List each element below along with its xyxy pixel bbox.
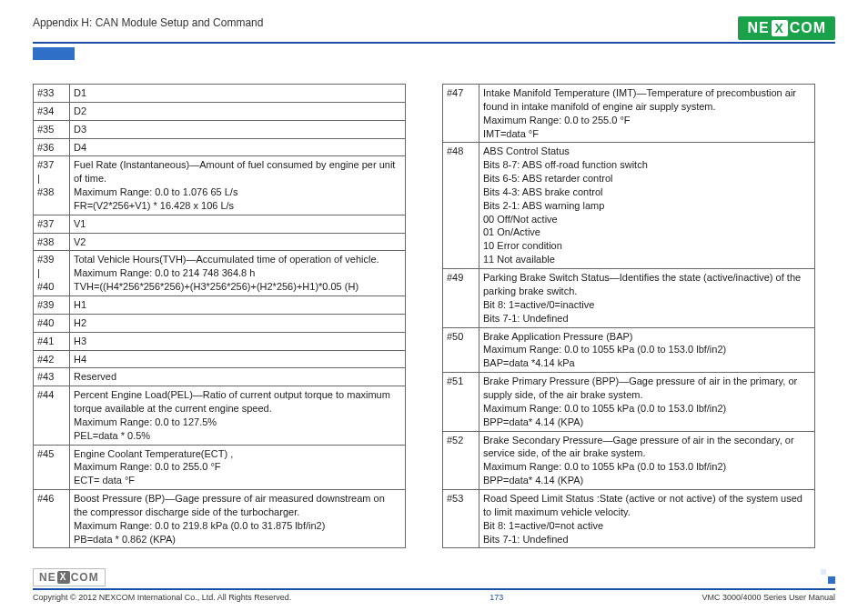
table-row: #33D1	[34, 85, 406, 103]
logo-right: COM	[790, 20, 826, 36]
row-value: D2	[70, 102, 406, 120]
row-value: D1	[70, 85, 406, 103]
row-value: H1	[70, 295, 406, 314]
row-value: Brake Application Pressure (BAP) Maximum…	[479, 327, 815, 373]
row-index: #49	[443, 269, 479, 327]
row-index: #37	[34, 215, 70, 233]
logo-left: NE	[747, 20, 769, 36]
row-value: Total Vehicle Hours(TVH)—Accumulated tim…	[70, 251, 406, 296]
row-index: #52	[443, 431, 479, 489]
row-index: #51	[443, 373, 479, 431]
page-number: 173	[490, 593, 503, 602]
row-value: H4	[70, 350, 406, 368]
blue-block	[33, 47, 75, 60]
table-row: #43Reserved	[34, 368, 406, 386]
logo-nexcom: NE X COM	[738, 16, 835, 40]
left-table: #33D1#34D2#35D3#36D4#37 | #38Fuel Rate (…	[33, 84, 406, 548]
table-row: #35D3	[34, 120, 406, 138]
table-row: #38V2	[34, 233, 406, 251]
row-index: #40	[34, 314, 70, 332]
table-row: #40H2	[34, 314, 406, 332]
row-index: #37 | #38	[34, 156, 70, 215]
footer: NE X COM Copyright © 2012 NEXCOM Interna…	[33, 568, 835, 602]
table-row: #42H4	[34, 350, 406, 368]
row-value: H3	[70, 332, 406, 350]
row-index: #48	[443, 143, 479, 269]
row-value: V2	[70, 233, 406, 251]
row-value: Fuel Rate (Instantaneous)—Amount of fuel…	[70, 156, 406, 215]
table-row: #46Boost Pressure (BP)—Gage pressure of …	[34, 490, 406, 548]
content-columns: #33D1#34D2#35D3#36D4#37 | #38Fuel Rate (…	[33, 84, 835, 548]
row-index: #36	[34, 138, 70, 156]
row-index: #46	[34, 490, 70, 548]
row-value: Engine Coolant Temperature(ECT) , Maximu…	[70, 445, 406, 490]
table-row: #53Road Speed Limit Status :State (activ…	[443, 489, 815, 548]
table-row: #39 | #40Total Vehicle Hours(TVH)—Accumu…	[34, 251, 406, 296]
table-row: #45Engine Coolant Temperature(ECT) , Max…	[34, 445, 406, 490]
table-row: #36D4	[34, 138, 406, 156]
row-value: V1	[70, 215, 406, 233]
doc-title: VMC 3000/4000 Series User Manual	[701, 593, 835, 602]
table-row: #41H3	[34, 332, 406, 350]
row-index: #50	[443, 327, 479, 373]
table-row: #37V1	[34, 215, 406, 233]
row-index: #34	[34, 102, 70, 120]
row-value: Brake Secondary Pressure—Gage pressure o…	[479, 431, 815, 489]
top-divider	[33, 42, 835, 44]
row-index: #39	[34, 295, 70, 314]
logo-x: X	[772, 20, 788, 36]
top-bar: Appendix H: CAN Module Setup and Command…	[33, 16, 835, 40]
row-index: #33	[34, 85, 70, 103]
table-row: #47Intake Manifold Temperature (IMT)—Tem…	[443, 85, 815, 143]
row-value: Reserved	[70, 368, 406, 386]
row-value: Percent Engine Load(PEL)—Ratio of curren…	[70, 386, 406, 445]
row-index: #53	[443, 489, 479, 548]
row-index: #45	[34, 445, 70, 490]
row-value: Parking Brake Switch Status—Identifies t…	[479, 269, 815, 327]
row-index: #35	[34, 120, 70, 138]
table-row: #49Parking Brake Switch Status—Identifie…	[443, 269, 815, 327]
row-index: #38	[34, 233, 70, 251]
table-row: #51Brake Primary Pressure (BPP)—Gage pre…	[443, 373, 815, 431]
row-value: Intake Manifold Temperature (IMT)—Temper…	[479, 85, 815, 143]
table-row: #44Percent Engine Load(PEL)—Ratio of cur…	[34, 386, 406, 445]
row-index: #39 | #40	[34, 251, 70, 296]
appendix-title: Appendix H: CAN Module Setup and Command	[33, 16, 263, 29]
row-index: #44	[34, 386, 70, 445]
row-index: #41	[34, 332, 70, 350]
table-row: #34D2	[34, 102, 406, 120]
row-index: #43	[34, 368, 70, 386]
row-value: ABS Control Status Bits 8-7: ABS off-roa…	[479, 143, 815, 269]
table-row: #37 | #38Fuel Rate (Instantaneous)—Amoun…	[34, 156, 406, 215]
row-value: Boost Pressure (BP)—Gage pressure of air…	[70, 490, 406, 548]
right-table: #47Intake Manifold Temperature (IMT)—Tem…	[442, 84, 815, 548]
footer-logo-x: X	[57, 571, 70, 584]
row-value: D3	[70, 120, 406, 138]
table-row: #39H1	[34, 295, 406, 314]
row-index: #47	[443, 85, 479, 143]
table-row: #48ABS Control Status Bits 8-7: ABS off-…	[443, 143, 815, 269]
row-index: #42	[34, 350, 70, 368]
footer-logo: NE X COM	[33, 568, 106, 586]
table-row: #50Brake Application Pressure (BAP) Maxi…	[443, 327, 815, 373]
row-value: D4	[70, 138, 406, 156]
bottom-divider	[33, 588, 835, 590]
row-value: H2	[70, 314, 406, 332]
row-value: Brake Primary Pressure (BPP)—Gage pressu…	[479, 373, 815, 431]
table-row: #52Brake Secondary Pressure—Gage pressur…	[443, 431, 815, 489]
row-value: Road Speed Limit Status :State (active o…	[479, 489, 815, 548]
footer-logo-right: COM	[71, 571, 99, 584]
footer-logo-left: NE	[39, 571, 56, 584]
copyright-text: Copyright © 2012 NEXCOM International Co…	[33, 593, 291, 602]
